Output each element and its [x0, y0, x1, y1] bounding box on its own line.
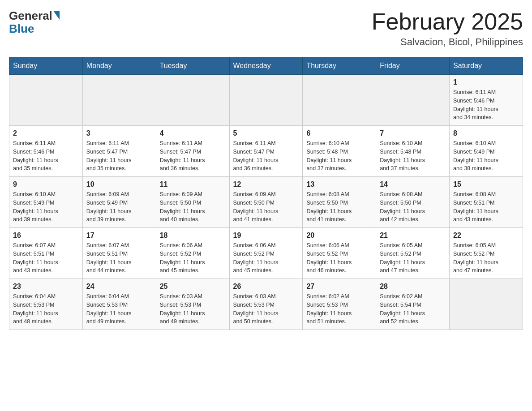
day-number: 18 [160, 231, 226, 240]
calendar-day-cell: 27Sunrise: 6:02 AMSunset: 5:53 PMDayligh… [303, 279, 376, 330]
logo-triangle-icon [53, 11, 60, 20]
day-number: 7 [380, 129, 446, 137]
month-title: February 2025 [372, 9, 523, 34]
day-number: 10 [86, 180, 152, 188]
day-info: Sunrise: 6:06 AMSunset: 5:52 PMDaylight:… [160, 241, 226, 275]
calendar-day-cell: 20Sunrise: 6:06 AMSunset: 5:52 PMDayligh… [303, 228, 376, 279]
day-info: Sunrise: 6:09 AMSunset: 5:49 PMDaylight:… [86, 190, 152, 224]
day-info: Sunrise: 6:10 AMSunset: 5:49 PMDaylight:… [13, 190, 79, 224]
day-info: Sunrise: 6:07 AMSunset: 5:51 PMDaylight:… [86, 241, 152, 275]
day-number: 12 [233, 180, 299, 188]
day-info: Sunrise: 6:11 AMSunset: 5:47 PMDaylight:… [160, 139, 226, 173]
day-info: Sunrise: 6:11 AMSunset: 5:47 PMDaylight:… [86, 139, 152, 173]
calendar-day-cell: 16Sunrise: 6:07 AMSunset: 5:51 PMDayligh… [9, 228, 83, 279]
calendar-header-row: SundayMondayTuesdayWednesdayThursdayFrid… [9, 57, 523, 75]
day-info: Sunrise: 6:10 AMSunset: 5:48 PMDaylight:… [380, 139, 446, 173]
calendar-day-cell: 14Sunrise: 6:08 AMSunset: 5:50 PMDayligh… [376, 177, 450, 228]
day-number: 1 [453, 78, 519, 86]
calendar-day-cell: 15Sunrise: 6:08 AMSunset: 5:51 PMDayligh… [450, 177, 523, 228]
day-info: Sunrise: 6:04 AMSunset: 5:53 PMDaylight:… [86, 292, 152, 326]
calendar-day-cell [229, 75, 303, 126]
day-number: 5 [233, 129, 299, 137]
calendar-day-cell: 1Sunrise: 6:11 AMSunset: 5:46 PMDaylight… [450, 75, 523, 126]
page-header: General Blue February 2025 Salvacion, Bi… [9, 9, 523, 48]
calendar-day-cell: 18Sunrise: 6:06 AMSunset: 5:52 PMDayligh… [156, 228, 229, 279]
title-section: February 2025 Salvacion, Bicol, Philippi… [372, 9, 523, 48]
day-header-wednesday: Wednesday [229, 57, 303, 75]
calendar-day-cell: 22Sunrise: 6:05 AMSunset: 5:52 PMDayligh… [450, 228, 523, 279]
calendar-day-cell: 26Sunrise: 6:03 AMSunset: 5:53 PMDayligh… [229, 279, 303, 330]
location-title: Salvacion, Bicol, Philippines [372, 36, 523, 48]
day-header-monday: Monday [82, 57, 156, 75]
logo-general: General [9, 9, 52, 23]
calendar-week-row: 16Sunrise: 6:07 AMSunset: 5:51 PMDayligh… [9, 228, 523, 279]
logo-blue: Blue [9, 23, 60, 34]
calendar-day-cell: 11Sunrise: 6:09 AMSunset: 5:50 PMDayligh… [156, 177, 229, 228]
calendar-day-cell: 4Sunrise: 6:11 AMSunset: 5:47 PMDaylight… [156, 126, 229, 177]
calendar-day-cell: 13Sunrise: 6:08 AMSunset: 5:50 PMDayligh… [303, 177, 376, 228]
calendar-day-cell: 10Sunrise: 6:09 AMSunset: 5:49 PMDayligh… [82, 177, 156, 228]
day-number: 4 [160, 129, 226, 137]
day-number: 13 [306, 180, 372, 188]
calendar-day-cell: 2Sunrise: 6:11 AMSunset: 5:46 PMDaylight… [9, 126, 83, 177]
calendar-week-row: 23Sunrise: 6:04 AMSunset: 5:53 PMDayligh… [9, 279, 523, 330]
calendar-day-cell: 9Sunrise: 6:10 AMSunset: 5:49 PMDaylight… [9, 177, 83, 228]
day-number: 6 [306, 129, 372, 137]
day-header-thursday: Thursday [303, 57, 376, 75]
day-info: Sunrise: 6:09 AMSunset: 5:50 PMDaylight:… [160, 190, 226, 224]
calendar-week-row: 2Sunrise: 6:11 AMSunset: 5:46 PMDaylight… [9, 126, 523, 177]
calendar-day-cell: 12Sunrise: 6:09 AMSunset: 5:50 PMDayligh… [229, 177, 303, 228]
day-info: Sunrise: 6:02 AMSunset: 5:54 PMDaylight:… [380, 292, 446, 326]
calendar-day-cell [376, 75, 450, 126]
day-number: 2 [13, 129, 79, 137]
day-info: Sunrise: 6:05 AMSunset: 5:52 PMDaylight:… [453, 241, 519, 275]
day-header-friday: Friday [376, 57, 450, 75]
day-number: 24 [86, 283, 152, 291]
day-info: Sunrise: 6:03 AMSunset: 5:53 PMDaylight:… [233, 292, 299, 326]
day-number: 27 [306, 283, 372, 291]
day-info: Sunrise: 6:05 AMSunset: 5:52 PMDaylight:… [380, 241, 446, 275]
calendar-day-cell: 23Sunrise: 6:04 AMSunset: 5:53 PMDayligh… [9, 279, 83, 330]
day-info: Sunrise: 6:10 AMSunset: 5:48 PMDaylight:… [306, 139, 372, 173]
calendar-table: SundayMondayTuesdayWednesdayThursdayFrid… [9, 57, 523, 330]
calendar-day-cell: 21Sunrise: 6:05 AMSunset: 5:52 PMDayligh… [376, 228, 450, 279]
day-number: 26 [233, 283, 299, 291]
day-info: Sunrise: 6:08 AMSunset: 5:50 PMDaylight:… [306, 190, 372, 224]
calendar-day-cell: 28Sunrise: 6:02 AMSunset: 5:54 PMDayligh… [376, 279, 450, 330]
day-info: Sunrise: 6:09 AMSunset: 5:50 PMDaylight:… [233, 190, 299, 224]
calendar-day-cell: 3Sunrise: 6:11 AMSunset: 5:47 PMDaylight… [82, 126, 156, 177]
day-number: 20 [306, 231, 372, 240]
day-number: 19 [233, 231, 299, 240]
logo: General Blue [9, 9, 60, 34]
day-number: 28 [380, 283, 446, 291]
calendar-day-cell [9, 75, 83, 126]
calendar-day-cell [156, 75, 229, 126]
calendar-day-cell: 25Sunrise: 6:03 AMSunset: 5:53 PMDayligh… [156, 279, 229, 330]
calendar-day-cell [450, 279, 523, 330]
calendar-day-cell: 19Sunrise: 6:06 AMSunset: 5:52 PMDayligh… [229, 228, 303, 279]
day-number: 23 [13, 283, 79, 291]
day-number: 25 [160, 283, 226, 291]
day-info: Sunrise: 6:08 AMSunset: 5:50 PMDaylight:… [380, 190, 446, 224]
day-info: Sunrise: 6:06 AMSunset: 5:52 PMDaylight:… [233, 241, 299, 275]
day-number: 17 [86, 231, 152, 240]
calendar-week-row: 9Sunrise: 6:10 AMSunset: 5:49 PMDaylight… [9, 177, 523, 228]
day-info: Sunrise: 6:07 AMSunset: 5:51 PMDaylight:… [13, 241, 79, 275]
day-info: Sunrise: 6:08 AMSunset: 5:51 PMDaylight:… [453, 190, 519, 224]
calendar-day-cell: 17Sunrise: 6:07 AMSunset: 5:51 PMDayligh… [82, 228, 156, 279]
day-number: 22 [453, 231, 519, 240]
calendar-day-cell: 24Sunrise: 6:04 AMSunset: 5:53 PMDayligh… [82, 279, 156, 330]
day-info: Sunrise: 6:04 AMSunset: 5:53 PMDaylight:… [13, 292, 79, 326]
day-number: 9 [13, 180, 79, 188]
day-header-sunday: Sunday [9, 57, 83, 75]
day-header-saturday: Saturday [450, 57, 523, 75]
day-number: 14 [380, 180, 446, 188]
day-info: Sunrise: 6:03 AMSunset: 5:53 PMDaylight:… [160, 292, 226, 326]
calendar-week-row: 1Sunrise: 6:11 AMSunset: 5:46 PMDaylight… [9, 75, 523, 126]
day-info: Sunrise: 6:11 AMSunset: 5:46 PMDaylight:… [453, 88, 519, 122]
day-number: 16 [13, 231, 79, 240]
day-number: 11 [160, 180, 226, 188]
calendar-day-cell: 7Sunrise: 6:10 AMSunset: 5:48 PMDaylight… [376, 126, 450, 177]
day-info: Sunrise: 6:02 AMSunset: 5:53 PMDaylight:… [306, 292, 372, 326]
day-info: Sunrise: 6:10 AMSunset: 5:49 PMDaylight:… [453, 139, 519, 173]
